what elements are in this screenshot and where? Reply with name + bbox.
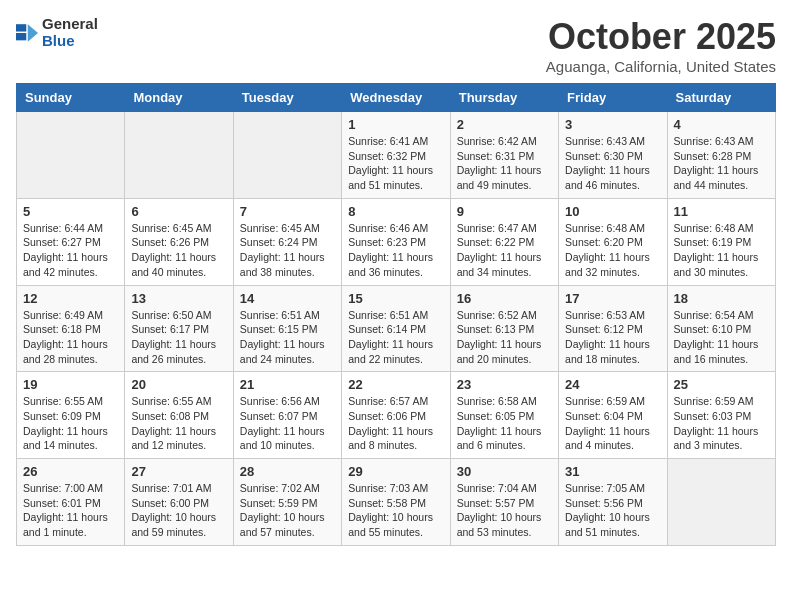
calendar-day-cell: 25Sunrise: 6:59 AMSunset: 6:03 PMDayligh… — [667, 372, 775, 459]
calendar-week-5: 26Sunrise: 7:00 AMSunset: 6:01 PMDayligh… — [17, 459, 776, 546]
day-number: 20 — [131, 377, 226, 392]
day-number: 3 — [565, 117, 660, 132]
day-number: 13 — [131, 291, 226, 306]
logo: General Blue — [16, 16, 98, 49]
day-info: Sunrise: 6:45 AMSunset: 6:26 PMDaylight:… — [131, 221, 226, 280]
weekday-header-wednesday: Wednesday — [342, 84, 450, 112]
day-number: 28 — [240, 464, 335, 479]
calendar-week-1: 1Sunrise: 6:41 AMSunset: 6:32 PMDaylight… — [17, 112, 776, 199]
day-info: Sunrise: 7:05 AMSunset: 5:56 PMDaylight:… — [565, 481, 660, 540]
day-info: Sunrise: 6:52 AMSunset: 6:13 PMDaylight:… — [457, 308, 552, 367]
day-number: 22 — [348, 377, 443, 392]
calendar-day-cell: 19Sunrise: 6:55 AMSunset: 6:09 PMDayligh… — [17, 372, 125, 459]
calendar-day-cell: 26Sunrise: 7:00 AMSunset: 6:01 PMDayligh… — [17, 459, 125, 546]
calendar-day-cell: 28Sunrise: 7:02 AMSunset: 5:59 PMDayligh… — [233, 459, 341, 546]
day-number: 15 — [348, 291, 443, 306]
calendar-day-cell: 27Sunrise: 7:01 AMSunset: 6:00 PMDayligh… — [125, 459, 233, 546]
day-number: 17 — [565, 291, 660, 306]
day-number: 30 — [457, 464, 552, 479]
calendar-day-cell — [17, 112, 125, 199]
logo-blue: Blue — [42, 33, 98, 50]
day-info: Sunrise: 6:56 AMSunset: 6:07 PMDaylight:… — [240, 394, 335, 453]
day-number: 19 — [23, 377, 118, 392]
day-info: Sunrise: 6:49 AMSunset: 6:18 PMDaylight:… — [23, 308, 118, 367]
day-number: 10 — [565, 204, 660, 219]
day-number: 11 — [674, 204, 769, 219]
calendar-day-cell: 11Sunrise: 6:48 AMSunset: 6:19 PMDayligh… — [667, 198, 775, 285]
day-info: Sunrise: 6:48 AMSunset: 6:20 PMDaylight:… — [565, 221, 660, 280]
weekday-header-thursday: Thursday — [450, 84, 558, 112]
svg-rect-1 — [16, 33, 26, 40]
day-info: Sunrise: 6:59 AMSunset: 6:03 PMDaylight:… — [674, 394, 769, 453]
day-info: Sunrise: 6:53 AMSunset: 6:12 PMDaylight:… — [565, 308, 660, 367]
logo-general: General — [42, 16, 98, 33]
calendar-day-cell: 15Sunrise: 6:51 AMSunset: 6:14 PMDayligh… — [342, 285, 450, 372]
day-info: Sunrise: 6:44 AMSunset: 6:27 PMDaylight:… — [23, 221, 118, 280]
title-section: October 2025 Aguanga, California, United… — [546, 16, 776, 75]
day-info: Sunrise: 6:55 AMSunset: 6:08 PMDaylight:… — [131, 394, 226, 453]
calendar-day-cell: 22Sunrise: 6:57 AMSunset: 6:06 PMDayligh… — [342, 372, 450, 459]
day-info: Sunrise: 7:02 AMSunset: 5:59 PMDaylight:… — [240, 481, 335, 540]
day-info: Sunrise: 6:51 AMSunset: 6:14 PMDaylight:… — [348, 308, 443, 367]
day-info: Sunrise: 6:43 AMSunset: 6:30 PMDaylight:… — [565, 134, 660, 193]
day-info: Sunrise: 7:00 AMSunset: 6:01 PMDaylight:… — [23, 481, 118, 540]
weekday-header-row: SundayMondayTuesdayWednesdayThursdayFrid… — [17, 84, 776, 112]
day-number: 24 — [565, 377, 660, 392]
weekday-header-monday: Monday — [125, 84, 233, 112]
calendar-day-cell: 2Sunrise: 6:42 AMSunset: 6:31 PMDaylight… — [450, 112, 558, 199]
calendar-day-cell — [667, 459, 775, 546]
day-number: 16 — [457, 291, 552, 306]
day-info: Sunrise: 6:43 AMSunset: 6:28 PMDaylight:… — [674, 134, 769, 193]
calendar-day-cell: 20Sunrise: 6:55 AMSunset: 6:08 PMDayligh… — [125, 372, 233, 459]
day-number: 5 — [23, 204, 118, 219]
weekday-header-saturday: Saturday — [667, 84, 775, 112]
calendar-day-cell: 23Sunrise: 6:58 AMSunset: 6:05 PMDayligh… — [450, 372, 558, 459]
calendar-day-cell: 17Sunrise: 6:53 AMSunset: 6:12 PMDayligh… — [559, 285, 667, 372]
day-number: 25 — [674, 377, 769, 392]
day-number: 29 — [348, 464, 443, 479]
page-header: General Blue October 2025 Aguanga, Calif… — [16, 16, 776, 75]
svg-rect-0 — [16, 24, 26, 31]
calendar-day-cell — [233, 112, 341, 199]
day-number: 9 — [457, 204, 552, 219]
weekday-header-friday: Friday — [559, 84, 667, 112]
calendar-day-cell: 8Sunrise: 6:46 AMSunset: 6:23 PMDaylight… — [342, 198, 450, 285]
day-info: Sunrise: 6:48 AMSunset: 6:19 PMDaylight:… — [674, 221, 769, 280]
calendar-day-cell: 16Sunrise: 6:52 AMSunset: 6:13 PMDayligh… — [450, 285, 558, 372]
day-info: Sunrise: 7:01 AMSunset: 6:00 PMDaylight:… — [131, 481, 226, 540]
calendar-day-cell: 1Sunrise: 6:41 AMSunset: 6:32 PMDaylight… — [342, 112, 450, 199]
day-info: Sunrise: 6:59 AMSunset: 6:04 PMDaylight:… — [565, 394, 660, 453]
day-number: 7 — [240, 204, 335, 219]
calendar-day-cell: 31Sunrise: 7:05 AMSunset: 5:56 PMDayligh… — [559, 459, 667, 546]
day-info: Sunrise: 6:42 AMSunset: 6:31 PMDaylight:… — [457, 134, 552, 193]
day-info: Sunrise: 6:51 AMSunset: 6:15 PMDaylight:… — [240, 308, 335, 367]
weekday-header-tuesday: Tuesday — [233, 84, 341, 112]
day-info: Sunrise: 6:57 AMSunset: 6:06 PMDaylight:… — [348, 394, 443, 453]
calendar-day-cell: 18Sunrise: 6:54 AMSunset: 6:10 PMDayligh… — [667, 285, 775, 372]
day-info: Sunrise: 6:47 AMSunset: 6:22 PMDaylight:… — [457, 221, 552, 280]
calendar-day-cell: 6Sunrise: 6:45 AMSunset: 6:26 PMDaylight… — [125, 198, 233, 285]
calendar-day-cell: 3Sunrise: 6:43 AMSunset: 6:30 PMDaylight… — [559, 112, 667, 199]
calendar-day-cell: 30Sunrise: 7:04 AMSunset: 5:57 PMDayligh… — [450, 459, 558, 546]
day-number: 2 — [457, 117, 552, 132]
calendar-title: October 2025 — [546, 16, 776, 58]
day-number: 6 — [131, 204, 226, 219]
calendar-day-cell: 14Sunrise: 6:51 AMSunset: 6:15 PMDayligh… — [233, 285, 341, 372]
calendar-day-cell: 12Sunrise: 6:49 AMSunset: 6:18 PMDayligh… — [17, 285, 125, 372]
day-number: 26 — [23, 464, 118, 479]
weekday-header-sunday: Sunday — [17, 84, 125, 112]
day-info: Sunrise: 6:45 AMSunset: 6:24 PMDaylight:… — [240, 221, 335, 280]
day-number: 27 — [131, 464, 226, 479]
day-number: 12 — [23, 291, 118, 306]
calendar-day-cell: 10Sunrise: 6:48 AMSunset: 6:20 PMDayligh… — [559, 198, 667, 285]
calendar-day-cell: 9Sunrise: 6:47 AMSunset: 6:22 PMDaylight… — [450, 198, 558, 285]
calendar-day-cell — [125, 112, 233, 199]
day-number: 18 — [674, 291, 769, 306]
day-number: 8 — [348, 204, 443, 219]
calendar-day-cell: 4Sunrise: 6:43 AMSunset: 6:28 PMDaylight… — [667, 112, 775, 199]
day-info: Sunrise: 6:55 AMSunset: 6:09 PMDaylight:… — [23, 394, 118, 453]
day-number: 23 — [457, 377, 552, 392]
calendar-week-2: 5Sunrise: 6:44 AMSunset: 6:27 PMDaylight… — [17, 198, 776, 285]
calendar-day-cell: 21Sunrise: 6:56 AMSunset: 6:07 PMDayligh… — [233, 372, 341, 459]
day-number: 21 — [240, 377, 335, 392]
